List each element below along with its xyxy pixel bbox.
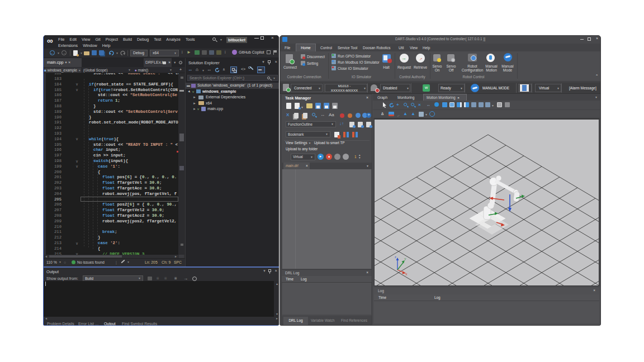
svg-text:X: X — [405, 273, 408, 276]
svg-text:z: z — [395, 255, 396, 259]
svg-text:Y: Y — [404, 258, 406, 261]
